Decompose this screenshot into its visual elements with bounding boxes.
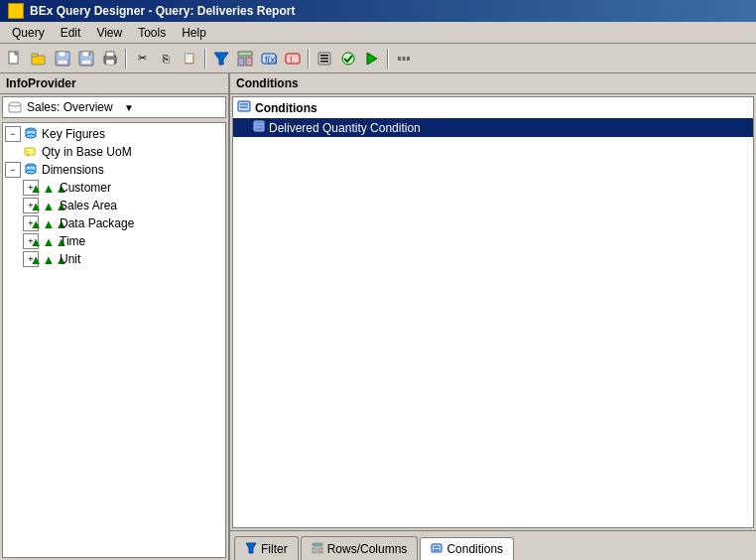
svg-rect-5	[59, 52, 65, 57]
svg-rect-20	[286, 54, 300, 64]
execute-button[interactable]	[361, 48, 383, 70]
tab-rows-columns[interactable]: Rows/Columns	[301, 536, 419, 560]
svg-point-40	[26, 170, 36, 174]
new-button[interactable]	[4, 48, 26, 70]
condition-item-label: Delivered Quantity Condition	[269, 121, 421, 135]
svg-rect-24	[320, 58, 328, 60]
left-panel: InfoProvider Sales: Overview ▼ − Key Fig…	[0, 73, 230, 560]
separator-2	[204, 49, 206, 69]
menu-help[interactable]: Help	[174, 24, 214, 42]
condition-item-icon	[253, 120, 265, 135]
unit-label: Unit	[60, 252, 80, 266]
conditions-section-icon	[237, 99, 251, 116]
tree-node-time[interactable]: + ▲▲▲ Time	[5, 232, 223, 250]
provider-name: Sales: Overview	[27, 100, 124, 114]
menu-query[interactable]: Query	[4, 24, 53, 42]
data-package-label: Data Package	[60, 216, 134, 230]
condition-item-delivered-qty[interactable]: Delivered Quantity Condition	[233, 118, 753, 137]
expand-dimensions[interactable]: −	[5, 162, 21, 178]
svg-rect-13	[106, 60, 114, 65]
title-text: BEx Query Designer - Query: Deliveries R…	[30, 4, 295, 18]
copy-button[interactable]: ⎘	[155, 48, 177, 70]
save-button[interactable]	[52, 48, 73, 70]
bottom-tabs: Filter Rows/Columns Conditions	[230, 530, 756, 560]
tree-container: − Key Figures ∑ Qty in Base UoM −	[2, 122, 226, 558]
provider-arrow[interactable]: ▼	[124, 102, 221, 113]
svg-rect-41	[238, 101, 250, 111]
svg-point-32	[9, 102, 21, 106]
customer-icon: ▲▲▲	[41, 180, 57, 196]
svg-point-35	[26, 134, 36, 138]
svg-point-26	[342, 53, 354, 65]
conditions-section: Conditions	[233, 97, 753, 118]
time-icon: ▲▲▲	[41, 233, 57, 249]
tree-node-unit[interactable]: + ▲▲▲ Unit	[5, 250, 223, 268]
check-button[interactable]	[337, 48, 359, 70]
conditions-toolbar-button[interactable]: f(x)	[258, 48, 280, 70]
svg-rect-44	[254, 121, 264, 131]
customer-label: Customer	[60, 181, 111, 195]
menu-view[interactable]: View	[88, 24, 130, 42]
svg-rect-15	[238, 52, 252, 56]
sales-area-icon: ▲▲▲	[41, 198, 57, 213]
tree-node-key-figures[interactable]: − Key Figures	[5, 125, 223, 143]
svg-rect-30	[407, 57, 410, 61]
svg-rect-12	[106, 52, 114, 57]
filter-toolbar-button[interactable]	[210, 48, 232, 70]
menu-bar: Query Edit View Tools Help	[0, 22, 756, 44]
tree-node-qty-base[interactable]: ∑ Qty in Base UoM	[5, 143, 223, 161]
svg-rect-9	[81, 60, 91, 65]
infoprovider-header: InfoProvider	[0, 73, 228, 94]
separator-4	[387, 49, 389, 69]
open-button[interactable]	[28, 48, 50, 70]
svg-rect-51	[432, 544, 441, 552]
filter-tab-icon	[245, 542, 257, 556]
svg-rect-50	[318, 548, 322, 553]
more-button[interactable]	[393, 48, 415, 70]
svg-rect-16	[238, 58, 244, 66]
data-package-icon: ▲▲▲	[41, 215, 57, 231]
key-figures-label: Key Figures	[42, 127, 105, 141]
print-button[interactable]	[99, 48, 121, 70]
dimensions-icon	[23, 162, 39, 178]
provider-icon	[7, 99, 23, 115]
tab-conditions[interactable]: Conditions	[420, 537, 514, 560]
title-bar: BEx Query Designer - Query: Deliveries R…	[0, 0, 756, 22]
cut-button[interactable]: ✂	[131, 48, 153, 70]
key-figures-icon	[23, 126, 39, 142]
dimensions-label: Dimensions	[42, 163, 104, 177]
rows-columns-tab-label: Rows/Columns	[327, 542, 408, 556]
svg-rect-6	[58, 60, 67, 65]
separator-1	[125, 49, 127, 69]
expand-key-figures[interactable]: −	[5, 126, 21, 142]
exceptions-toolbar-button[interactable]: !	[282, 48, 304, 70]
svg-rect-3	[32, 54, 38, 57]
tree-node-customer[interactable]: + ▲▲▲ Customer	[5, 179, 223, 197]
tree-node-sales-area[interactable]: + ▲▲▲ Sales Area	[5, 197, 223, 214]
svg-rect-29	[403, 57, 406, 61]
sales-area-label: Sales Area	[60, 199, 117, 212]
tree-node-data-package[interactable]: + ▲▲▲ Data Package	[5, 214, 223, 232]
right-panel: Conditions Conditions Delivered Quantity…	[230, 73, 756, 560]
filter-tab-label: Filter	[261, 542, 288, 556]
svg-text:f(x): f(x)	[265, 55, 277, 65]
properties-button[interactable]	[314, 48, 335, 70]
save-as-button[interactable]: *	[75, 48, 97, 70]
unit-icon: ▲▲▲	[41, 251, 57, 267]
menu-tools[interactable]: Tools	[130, 24, 174, 42]
paste-button[interactable]: 📋	[179, 48, 200, 70]
qty-base-icon: ∑	[23, 144, 39, 160]
menu-edit[interactable]: Edit	[53, 24, 89, 42]
rows-cols-tab-icon	[312, 542, 323, 556]
tree-node-dimensions[interactable]: − Dimensions	[5, 161, 223, 179]
main-content: InfoProvider Sales: Overview ▼ − Key Fig…	[0, 73, 756, 560]
svg-text:*: *	[88, 52, 91, 59]
rows-cols-toolbar-button[interactable]	[234, 48, 256, 70]
app-icon	[8, 3, 24, 19]
conditions-tab-icon	[431, 542, 442, 556]
svg-rect-25	[320, 61, 328, 63]
conditions-tab-label: Conditions	[446, 542, 503, 556]
provider-selector[interactable]: Sales: Overview ▼	[2, 96, 226, 118]
tab-filter[interactable]: Filter	[234, 536, 299, 560]
conditions-section-label: Conditions	[255, 101, 317, 115]
